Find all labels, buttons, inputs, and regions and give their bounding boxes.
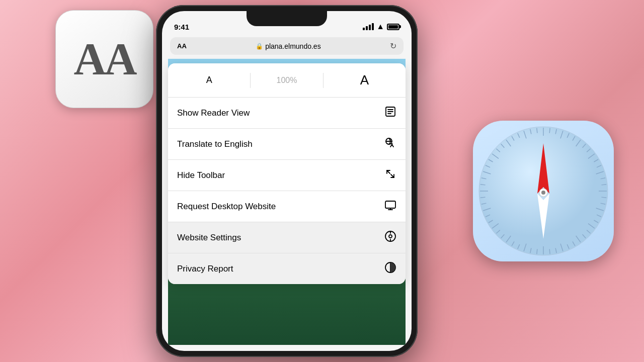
decrease-font-button[interactable]: A — [168, 70, 250, 90]
signal-bars-icon — [363, 23, 374, 30]
menu-item-website-settings[interactable]: Website Settings — [168, 222, 406, 253]
aa-button[interactable]: AA — [177, 42, 187, 50]
svg-line-32 — [537, 249, 537, 254]
url-bar-area: AA 🔒 plana.elmundo.es ↻ — [162, 33, 412, 59]
svg-line-60 — [537, 128, 537, 133]
font-size-percent: 100% — [251, 76, 323, 85]
settings-icon — [384, 230, 396, 245]
safari-app-icon — [473, 121, 614, 261]
svg-line-2 — [549, 128, 550, 133]
menu-item-request-desktop[interactable]: Request Desktop Website — [168, 191, 406, 222]
svg-point-77 — [389, 235, 392, 238]
website-settings-label: Website Settings — [177, 233, 241, 243]
url-text: plana.elmundo.es — [265, 42, 321, 50]
bar-4 — [372, 23, 374, 30]
wifi-icon: ▲ — [376, 22, 384, 31]
status-icons: ▲ — [363, 22, 399, 31]
phone-notch — [247, 11, 327, 26]
request-desktop-label: Request Desktop Website — [177, 202, 276, 212]
url-bar[interactable]: AA 🔒 plana.elmundo.es ↻ — [170, 37, 404, 55]
small-a-label: A — [206, 75, 212, 85]
bar-2 — [366, 26, 368, 30]
reload-button[interactable]: ↻ — [390, 41, 396, 51]
svg-line-17 — [601, 197, 606, 198]
url-bar-left: AA — [177, 42, 187, 50]
svg-line-15 — [601, 185, 606, 185]
svg-point-64 — [541, 191, 545, 195]
bar-1 — [363, 28, 365, 30]
lock-icon: 🔒 — [256, 43, 263, 50]
safari-compass-svg — [478, 126, 609, 256]
svg-line-47 — [480, 185, 486, 185]
desktop-icon — [384, 199, 396, 214]
battery-fill — [388, 25, 398, 29]
font-size-row: A 100% A — [168, 63, 406, 98]
phone-screen: 9:41 ▲ AA 🔒 — [162, 11, 412, 351]
url-section: 🔒 plana.elmundo.es — [256, 42, 321, 50]
menu-item-hide-toolbar[interactable]: Hide Toolbar — [168, 160, 406, 191]
svg-line-30 — [549, 249, 550, 254]
large-a-label: A — [360, 72, 369, 88]
reader-view-icon — [384, 106, 396, 120]
show-reader-view-label: Show Reader View — [177, 108, 250, 118]
dropdown-menu: A 100% A Show Reader View — [168, 63, 406, 284]
svg-line-45 — [480, 197, 486, 198]
font-icon-aa-text: AA — [74, 37, 135, 82]
hide-toolbar-icon — [384, 168, 396, 183]
privacy-report-label: Privacy Report — [177, 264, 233, 274]
hide-toolbar-label: Hide Toolbar — [177, 170, 225, 180]
translate-label: Translate to English — [177, 139, 253, 149]
font-settings-icon: AA — [55, 10, 153, 108]
menu-item-show-reader-view[interactable]: Show Reader View — [168, 98, 406, 129]
battery-icon — [387, 24, 399, 30]
menu-item-privacy-report[interactable]: Privacy Report — [168, 253, 406, 284]
svg-rect-73 — [385, 201, 395, 208]
phone-frame: 9:41 ▲ AA 🔒 — [156, 5, 418, 357]
status-time: 9:41 — [174, 23, 189, 31]
privacy-icon — [384, 261, 396, 276]
menu-item-translate[interactable]: Translate to English — [168, 129, 406, 160]
bar-3 — [369, 25, 371, 30]
increase-font-button[interactable]: A — [324, 67, 406, 93]
translate-icon — [384, 137, 396, 151]
